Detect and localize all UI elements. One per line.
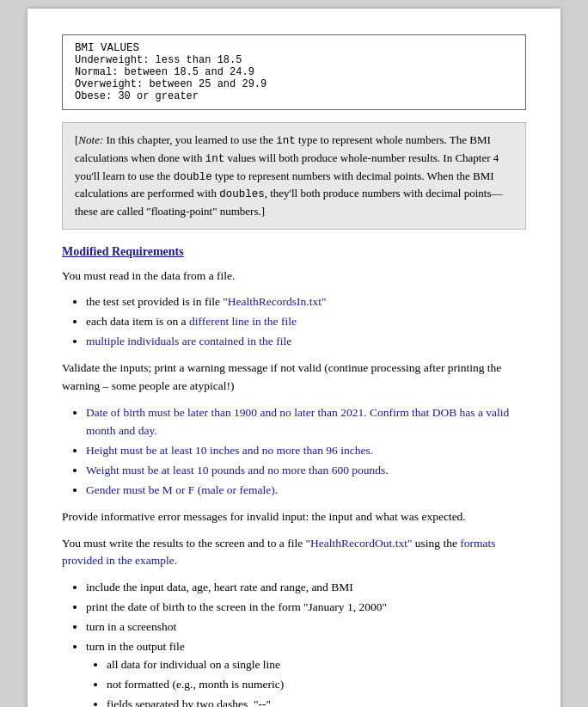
bmi-normal: Normal: between 18.5 and 24.9 <box>75 66 513 78</box>
bmi-values-box: BMI VALUES Underweight: less than 18.5 N… <box>62 34 526 110</box>
bullets-list-1: the test set provided is in file "Health… <box>86 293 526 351</box>
list-item: Height must be at least 10 inches and no… <box>86 442 526 460</box>
list-item-include: include the input data, age, heart rate … <box>86 579 526 597</box>
paragraph-4: You must write the results to the screen… <box>62 535 526 571</box>
note-text-1: In this chapter, you learned to use the <box>103 133 276 146</box>
bullets-list-3: include the input data, age, heart rate … <box>86 579 526 707</box>
bmi-overweight: Overweight: between 25 and 29.9 <box>75 78 513 90</box>
sub-bullets: all data for individual on a single line… <box>107 656 526 707</box>
note-label: Note: <box>78 133 103 146</box>
list-item: Weight must be at least 10 pounds and no… <box>86 462 526 480</box>
int-type-2: int <box>205 153 225 165</box>
paragraph-2: Validate the inputs; print a warning mes… <box>62 360 526 396</box>
bmi-obese: Obese: 30 or greater <box>75 90 513 102</box>
sub-list-item: fields separated by two dashes, "--" <box>107 696 526 707</box>
paragraph-3: Provide informative error messages for i… <box>62 508 526 526</box>
list-item: multiple individuals are contained in th… <box>86 333 526 351</box>
list-item: Date of birth must be later than 1900 an… <box>86 404 526 440</box>
list-item-screenshot: turn in a screenshot <box>86 618 526 636</box>
sub-list-item: not formatted (e.g., month is numeric) <box>107 676 526 694</box>
page: BMI VALUES Underweight: less than 18.5 N… <box>28 9 560 707</box>
double-type: double <box>174 171 212 183</box>
int-type-1: int <box>276 135 296 147</box>
list-item: each data item is on a different line in… <box>86 313 526 331</box>
sub-list-item: all data for individual on a single line <box>107 656 526 674</box>
list-item-output-file: turn in the output file all data for ind… <box>86 638 526 707</box>
list-item: Gender must be M or F (male or female). <box>86 482 526 500</box>
bmi-underweight: Underweight: less than 18.5 <box>75 54 513 66</box>
section-heading: Modified Requirements <box>62 245 526 259</box>
list-item: the test set provided is in file "Health… <box>86 293 526 311</box>
bullets-list-2: Date of birth must be later than 1900 an… <box>86 404 526 500</box>
note-box: [Note: In this chapter, you learned to u… <box>62 122 526 230</box>
list-item-print-dob: print the date of birth to the screen in… <box>86 599 526 617</box>
paragraph-1: You must read in the data from a file. <box>62 267 526 286</box>
doubles-type: doubles <box>219 188 265 200</box>
bmi-title: BMI VALUES <box>75 42 513 54</box>
